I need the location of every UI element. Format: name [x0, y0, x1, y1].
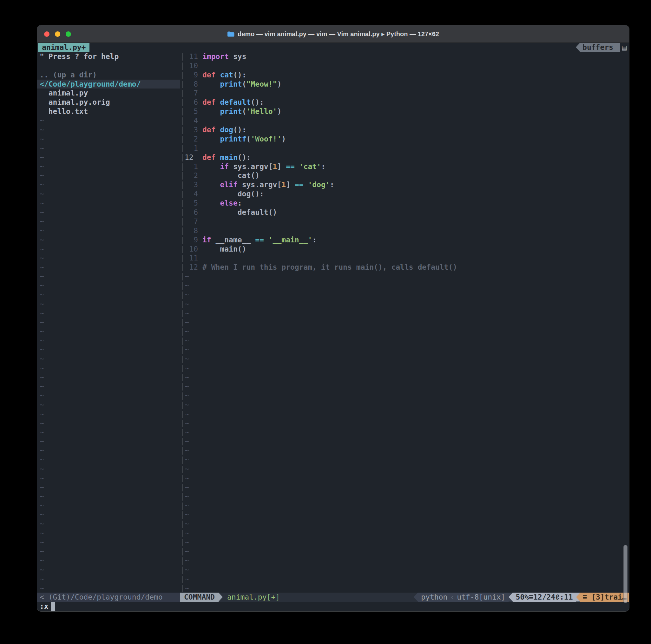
vsplit-separator[interactable]: |: [180, 446, 185, 455]
code-line[interactable]: def cat():: [203, 70, 629, 80]
vsplit-separator[interactable]: |: [180, 382, 185, 391]
code-line[interactable]: [203, 226, 629, 236]
buffers-label[interactable]: buffers: [580, 43, 620, 52]
vsplit-separator[interactable]: |: [180, 464, 185, 473]
vsplit-separator[interactable]: |: [180, 208, 185, 217]
vsplit-separator[interactable]: |: [180, 217, 185, 226]
code-line[interactable]: default(): [203, 208, 629, 217]
vsplit-separator[interactable]: |: [180, 153, 185, 162]
vsplit-separator[interactable]: |: [180, 171, 185, 180]
code-line[interactable]: [203, 61, 629, 70]
buffer-tab-animal-py[interactable]: animal.py+: [38, 43, 90, 52]
code-line[interactable]: dog():: [203, 189, 629, 198]
nerdtree-item[interactable]: " Press ? for help: [37, 52, 180, 61]
vsplit-separator[interactable]: |: [180, 226, 185, 236]
vsplit-separator[interactable]: |: [180, 281, 185, 290]
vsplit-separator[interactable]: |: [180, 245, 185, 254]
code-line[interactable]: def main():: [203, 153, 629, 162]
vsplit-separator[interactable]: |: [180, 538, 185, 547]
vsplit-separator[interactable]: |: [180, 473, 185, 483]
vsplit-separator[interactable]: |: [180, 327, 185, 336]
editor-tilde: ~: [185, 483, 629, 492]
code-line[interactable]: def dog():: [203, 125, 629, 134]
nerdtree-item[interactable]: animal.py: [37, 89, 180, 98]
vsplit-separator[interactable]: |: [180, 419, 185, 428]
vsplit-separator[interactable]: |: [180, 373, 185, 382]
vsplit-separator[interactable]: |: [180, 272, 185, 281]
vsplit-separator[interactable]: |: [180, 400, 185, 409]
code-line[interactable]: print("Meow!"): [203, 80, 629, 89]
vsplit-separator[interactable]: |: [180, 409, 185, 419]
vsplit-separator[interactable]: |: [180, 309, 185, 318]
vsplit-separator[interactable]: |: [180, 198, 185, 208]
vsplit-separator[interactable]: |: [180, 336, 185, 345]
vsplit-separator[interactable]: |: [180, 437, 185, 446]
code-line[interactable]: def default():: [203, 98, 629, 107]
vsplit-separator[interactable]: |: [180, 355, 185, 364]
vsplit-separator[interactable]: |: [180, 510, 185, 519]
code-line[interactable]: [203, 217, 629, 226]
buffer-list-icon[interactable]: ▤: [621, 44, 627, 51]
code-line[interactable]: # When I run this program, it runs main(…: [203, 263, 629, 272]
vsplit-separator[interactable]: |: [180, 180, 185, 189]
vsplit-separator[interactable]: |: [180, 501, 185, 511]
vsplit-separator[interactable]: |: [180, 391, 185, 400]
vsplit-separator[interactable]: |: [180, 519, 185, 528]
code-line[interactable]: cat(): [203, 171, 629, 180]
zoom-button[interactable]: [66, 31, 71, 37]
code-line[interactable]: elif sys.argv[1] == 'dog':: [203, 180, 629, 189]
vsplit-separator[interactable]: |: [180, 290, 185, 300]
code-line[interactable]: if __name__ == '__main__':: [203, 236, 629, 245]
vsplit-separator[interactable]: |: [180, 236, 185, 245]
vsplit-separator[interactable]: |: [180, 144, 185, 153]
vsplit-separator[interactable]: |: [180, 345, 185, 355]
vsplit-separator[interactable]: |: [180, 565, 185, 575]
vsplit-separator[interactable]: |: [180, 70, 185, 80]
nerdtree-item[interactable]: .. (up a dir): [37, 70, 180, 80]
vsplit-separator[interactable]: |: [180, 300, 185, 309]
vsplit-separator[interactable]: |: [180, 575, 185, 584]
folder-icon[interactable]: [227, 31, 235, 37]
nerdtree-item[interactable]: hello.txt: [37, 107, 180, 116]
vsplit-separator[interactable]: |: [180, 80, 185, 89]
window-titlebar[interactable]: demo — vim animal.py — vim — Vim animal.…: [37, 25, 629, 43]
vsplit-separator[interactable]: |: [180, 483, 185, 492]
vsplit-separator[interactable]: |: [180, 98, 185, 107]
vsplit-separator[interactable]: |: [180, 125, 185, 134]
vsplit-separator[interactable]: |: [180, 492, 185, 501]
code-line[interactable]: import sys: [203, 52, 629, 61]
vsplit-separator[interactable]: |: [180, 263, 185, 272]
vsplit-separator[interactable]: |: [180, 61, 185, 70]
code-line[interactable]: print('Hello'): [203, 107, 629, 116]
vsplit-separator[interactable]: |: [180, 364, 185, 373]
code-line[interactable]: [203, 253, 629, 263]
code-line[interactable]: main(): [203, 245, 629, 254]
macos-scrollbar[interactable]: [623, 545, 627, 603]
nerdtree-item[interactable]: </Code/playground/demo/: [37, 80, 180, 89]
vsplit-separator[interactable]: |: [180, 52, 185, 61]
code-line[interactable]: [203, 116, 629, 125]
vsplit-separator[interactable]: |: [180, 116, 185, 125]
code-line[interactable]: else:: [203, 198, 629, 208]
vsplit-separator[interactable]: |: [180, 584, 185, 593]
vsplit-separator[interactable]: |: [180, 318, 185, 327]
vsplit-separator[interactable]: |: [180, 162, 185, 171]
code-line[interactable]: [203, 144, 629, 153]
code-line[interactable]: [203, 89, 629, 98]
nerdtree-item[interactable]: animal.py.orig: [37, 98, 180, 107]
vsplit-separator[interactable]: |: [180, 253, 185, 263]
vsplit-separator[interactable]: |: [180, 528, 185, 538]
code-line[interactable]: printf('Woof!'): [203, 134, 629, 144]
vsplit-separator[interactable]: |: [180, 189, 185, 198]
vsplit-separator[interactable]: |: [180, 89, 185, 98]
vsplit-separator[interactable]: |: [180, 107, 185, 116]
vsplit-separator[interactable]: |: [180, 134, 185, 144]
close-button[interactable]: [44, 31, 50, 37]
vsplit-separator[interactable]: |: [180, 455, 185, 464]
vim-command-line[interactable]: :x: [37, 602, 629, 611]
vsplit-separator[interactable]: |: [180, 428, 185, 437]
vsplit-separator[interactable]: |: [180, 556, 185, 565]
minimize-button[interactable]: [55, 31, 60, 37]
vsplit-separator[interactable]: |: [180, 547, 185, 556]
code-line[interactable]: if sys.argv[1] == 'cat':: [203, 162, 629, 171]
